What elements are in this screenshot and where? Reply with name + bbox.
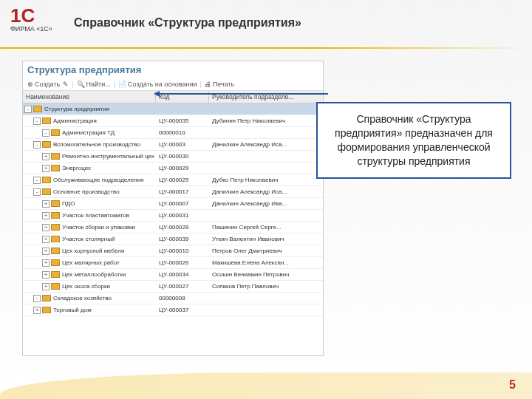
folder-icon bbox=[51, 259, 60, 266]
folder-icon bbox=[51, 248, 60, 254]
cell-code: ЦУ-000027 bbox=[156, 282, 209, 290]
table-row[interactable]: -Вспомогательное производствоЦУ-00003Дан… bbox=[23, 139, 323, 151]
table-row[interactable]: +Участок пластавтоматовЦУ-000031 bbox=[23, 210, 323, 222]
collapse-icon[interactable]: - bbox=[42, 129, 50, 137]
tree-grid[interactable]: -Структура предприятия-АдминистрацияЦУ-0… bbox=[23, 103, 323, 355]
cell-name: -Основное производство bbox=[23, 188, 156, 197]
logo-text: 1С bbox=[10, 6, 62, 25]
slide-title: Справочник «Структура предприятия» bbox=[74, 16, 301, 30]
cell-code: ЦУ-000025 bbox=[156, 176, 209, 184]
cell-name: +Цех корпусной мебели bbox=[23, 247, 156, 256]
table-row[interactable]: +ЭнергоцехЦУ-000029 bbox=[23, 163, 323, 174]
folder-icon bbox=[51, 224, 60, 231]
cell-manager: Сипаков Петр Павлович bbox=[209, 282, 323, 290]
cell-code: ЦУ-000035 bbox=[156, 117, 209, 125]
cell-code: ЦУ-000037 bbox=[156, 306, 209, 314]
collapse-icon[interactable]: - bbox=[33, 117, 41, 125]
expand-icon[interactable]: + bbox=[42, 212, 50, 219]
folder-icon bbox=[42, 117, 51, 124]
cell-code: ЦУ-000017 bbox=[156, 188, 209, 196]
page-number: 5 bbox=[509, 378, 516, 392]
cell-name: +Торговый дом bbox=[23, 306, 156, 315]
row-name: Участок сборки и упаковки bbox=[62, 224, 135, 231]
table-row[interactable]: +Ремонтно-инструментальный цехЦУ-000030 bbox=[23, 151, 323, 163]
create-based-button[interactable]: 📄 Создать на основании bbox=[118, 81, 197, 88]
collapse-icon[interactable]: - bbox=[33, 188, 41, 196]
table-row[interactable]: +Участок сборки и упаковкиЦУ-000028Пашин… bbox=[23, 222, 323, 233]
table-row[interactable]: -Складское хозяйство00000008 bbox=[23, 293, 323, 304]
folder-icon bbox=[51, 153, 60, 160]
row-name: Складское хозяйство bbox=[53, 295, 112, 301]
table-row[interactable]: -Структура предприятия bbox=[23, 103, 323, 115]
row-name: Ремонтно-инструментальный цех bbox=[62, 153, 154, 160]
expand-icon[interactable]: + bbox=[42, 224, 50, 231]
collapse-icon[interactable]: - bbox=[33, 295, 41, 302]
cell-name: +Участок сборки и упаковки bbox=[23, 223, 156, 232]
cell-manager bbox=[209, 310, 323, 311]
table-row[interactable]: -Обслуживающие подразделенияЦУ-000025Дуб… bbox=[23, 174, 323, 186]
collapse-icon[interactable]: - bbox=[33, 141, 41, 149]
pencil-icon: ✎ bbox=[63, 81, 69, 88]
folder-icon bbox=[51, 283, 60, 290]
callout-text: Справочник «Структура предприятия» предн… bbox=[335, 113, 493, 167]
collapse-icon[interactable]: - bbox=[33, 177, 41, 184]
expand-icon[interactable]: + bbox=[42, 283, 50, 290]
folder-icon bbox=[42, 307, 51, 313]
expand-icon[interactable]: + bbox=[42, 248, 50, 255]
app-window: Структура предприятия ⊕ Создать ✎ | 🔍 На… bbox=[22, 61, 324, 356]
edit-button[interactable]: ✎ bbox=[63, 81, 69, 88]
cell-name: -Складское хозяйство bbox=[23, 294, 156, 303]
cell-name: +Ремонтно-инструментальный цех bbox=[23, 152, 156, 161]
row-name: Структура предприятия bbox=[44, 106, 109, 112]
table-row[interactable]: -АдминистрацияЦУ-000035Дубинин Петр Нико… bbox=[23, 115, 323, 127]
row-name: Торговый дом bbox=[53, 307, 92, 313]
print-button[interactable]: 🖨 Печать bbox=[205, 81, 234, 88]
expand-icon[interactable]: + bbox=[42, 259, 50, 267]
expand-icon[interactable]: + bbox=[33, 307, 41, 314]
row-name: Участок столярный bbox=[62, 236, 115, 242]
table-row[interactable]: +Участок столярныйЦУ-000039Уткин Валенти… bbox=[23, 233, 323, 245]
column-name[interactable]: Наименование bbox=[23, 91, 156, 103]
cell-manager: Данилкин Александр Иса... bbox=[209, 188, 323, 196]
cell-code: ЦУ-000031 bbox=[156, 211, 209, 219]
cell-code: ЦУ-000010 bbox=[156, 247, 209, 255]
row-name: Цех малярных работ bbox=[62, 259, 120, 266]
create-label: Создать bbox=[35, 81, 60, 88]
collapse-icon[interactable]: - bbox=[24, 106, 32, 113]
table-row[interactable]: +Цех корпусной мебелиЦУ-000010Петров Оле… bbox=[23, 245, 323, 257]
table-row[interactable]: +Цех металлообработкиЦУ-000034Осокин Вен… bbox=[23, 269, 323, 281]
cell-name: -Вспомогательное производство bbox=[23, 140, 156, 149]
cell-manager: Уткин Валентин Иванович bbox=[209, 235, 323, 243]
expand-icon[interactable]: + bbox=[42, 165, 50, 172]
create-button[interactable]: ⊕ Создать bbox=[27, 81, 60, 88]
folder-icon bbox=[51, 212, 60, 219]
cell-name: -Администрация bbox=[23, 117, 156, 126]
expand-icon[interactable]: + bbox=[42, 236, 50, 243]
print-label: Печать bbox=[213, 81, 234, 88]
cell-code: ЦУ-000034 bbox=[156, 270, 209, 279]
search-icon: 🔍 bbox=[77, 81, 85, 88]
cell-manager bbox=[209, 168, 323, 169]
plus-icon: ⊕ bbox=[27, 81, 33, 88]
cell-manager bbox=[209, 109, 323, 110]
table-row[interactable]: +Торговый домЦУ-000037 bbox=[23, 304, 323, 316]
cell-code: ЦУ-000028 bbox=[156, 223, 209, 231]
cell-code: 00000008 bbox=[156, 294, 209, 302]
cell-manager bbox=[209, 156, 323, 157]
logo-subtext: ФИРМА «1С» bbox=[10, 25, 62, 33]
table-row[interactable]: -Основное производствоЦУ-000017Данилкин … bbox=[23, 186, 323, 198]
cell-manager: Петров Олег Дмитриевич bbox=[209, 247, 323, 255]
table-row[interactable]: +Цех малярных работЦУ-000026Макишева Еле… bbox=[23, 257, 323, 269]
expand-icon[interactable]: + bbox=[42, 153, 50, 160]
cell-code: ЦУ-00003 bbox=[156, 140, 209, 149]
expand-icon[interactable]: + bbox=[42, 200, 50, 208]
row-name: Обслуживающие подразделения bbox=[53, 177, 143, 183]
expand-icon[interactable]: + bbox=[42, 271, 50, 279]
table-row[interactable]: -Администрация ТД00000010 bbox=[23, 127, 323, 139]
cell-code: ЦУ-000029 bbox=[156, 164, 209, 172]
find-button[interactable]: 🔍 Найти... bbox=[77, 81, 111, 88]
table-row[interactable]: +Цех окоса сборкиЦУ-000027Сипаков Петр П… bbox=[23, 281, 323, 293]
table-row[interactable]: +ПДОЦУ-000007Данилкин Александр Ива... bbox=[23, 198, 323, 210]
cell-name: +Цех металлообработки bbox=[23, 270, 156, 279]
cell-name: +Участок столярный bbox=[23, 235, 156, 244]
